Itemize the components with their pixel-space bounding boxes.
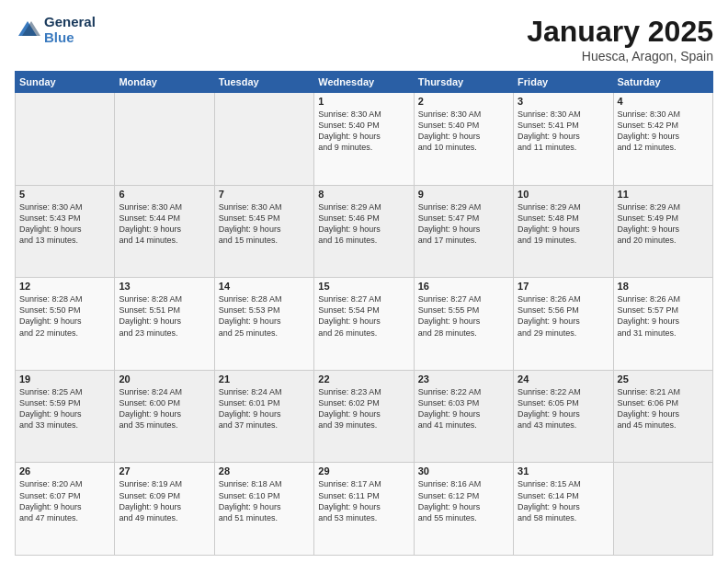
day-number: 4 xyxy=(618,96,709,107)
cell-content: Sunrise: 8:29 AM Sunset: 5:49 PM Dayligh… xyxy=(618,201,709,247)
cell-content: Sunrise: 8:22 AM Sunset: 6:05 PM Dayligh… xyxy=(518,386,609,431)
title-block: January 2025 Huesca, Aragon, Spain xyxy=(527,15,713,63)
calendar-cell xyxy=(16,93,115,186)
day-number: 6 xyxy=(119,189,210,200)
day-number: 3 xyxy=(518,96,609,107)
cell-content: Sunrise: 8:25 AM Sunset: 5:59 PM Dayligh… xyxy=(19,386,110,431)
day-number: 16 xyxy=(418,281,509,292)
cell-content: Sunrise: 8:16 AM Sunset: 6:12 PM Dayligh… xyxy=(418,478,509,523)
calendar-week-row: 19Sunrise: 8:25 AM Sunset: 5:59 PM Dayli… xyxy=(16,370,713,463)
calendar-week-row: 5Sunrise: 8:30 AM Sunset: 5:43 PM Daylig… xyxy=(16,185,713,278)
calendar-header-row: SundayMondayTuesdayWednesdayThursdayFrid… xyxy=(16,72,713,93)
day-number: 15 xyxy=(318,281,409,292)
cell-content: Sunrise: 8:24 AM Sunset: 6:00 PM Dayligh… xyxy=(119,386,210,431)
cell-content: Sunrise: 8:30 AM Sunset: 5:45 PM Dayligh… xyxy=(219,201,310,247)
logo-icon xyxy=(15,17,40,43)
calendar-day-header: Tuesday xyxy=(214,72,313,93)
day-number: 31 xyxy=(518,465,609,477)
calendar-cell: 25Sunrise: 8:21 AM Sunset: 6:06 PM Dayli… xyxy=(613,370,712,463)
calendar-cell: 5Sunrise: 8:30 AM Sunset: 5:43 PM Daylig… xyxy=(16,185,115,278)
calendar-cell: 22Sunrise: 8:23 AM Sunset: 6:02 PM Dayli… xyxy=(314,370,414,463)
calendar-cell: 18Sunrise: 8:26 AM Sunset: 5:57 PM Dayli… xyxy=(613,278,712,371)
day-number: 9 xyxy=(418,189,509,200)
cell-content: Sunrise: 8:27 AM Sunset: 5:54 PM Dayligh… xyxy=(318,293,409,339)
calendar-cell: 11Sunrise: 8:29 AM Sunset: 5:49 PM Dayli… xyxy=(613,185,712,278)
day-number: 19 xyxy=(19,373,110,385)
day-number: 1 xyxy=(318,96,409,107)
cell-content: Sunrise: 8:30 AM Sunset: 5:41 PM Dayligh… xyxy=(518,109,609,154)
cell-content: Sunrise: 8:19 AM Sunset: 6:09 PM Dayligh… xyxy=(119,478,210,523)
calendar-cell: 4Sunrise: 8:30 AM Sunset: 5:42 PM Daylig… xyxy=(613,93,712,186)
calendar-week-row: 1Sunrise: 8:30 AM Sunset: 5:40 PM Daylig… xyxy=(16,93,713,186)
calendar-cell: 15Sunrise: 8:27 AM Sunset: 5:54 PM Dayli… xyxy=(314,278,414,371)
cell-content: Sunrise: 8:23 AM Sunset: 6:02 PM Dayligh… xyxy=(318,386,409,431)
day-number: 11 xyxy=(618,189,709,200)
day-number: 8 xyxy=(318,189,409,200)
subtitle: Huesca, Aragon, Spain xyxy=(527,49,713,63)
day-number: 12 xyxy=(19,281,110,292)
page: General Blue January 2025 Huesca, Aragon… xyxy=(0,0,728,563)
calendar-cell: 12Sunrise: 8:28 AM Sunset: 5:50 PM Dayli… xyxy=(16,278,115,371)
cell-content: Sunrise: 8:20 AM Sunset: 6:07 PM Dayligh… xyxy=(19,478,110,523)
cell-content: Sunrise: 8:28 AM Sunset: 5:53 PM Dayligh… xyxy=(219,293,310,339)
cell-content: Sunrise: 8:30 AM Sunset: 5:40 PM Dayligh… xyxy=(318,109,409,154)
calendar-cell: 3Sunrise: 8:30 AM Sunset: 5:41 PM Daylig… xyxy=(514,93,613,186)
cell-content: Sunrise: 8:26 AM Sunset: 5:57 PM Dayligh… xyxy=(618,293,709,339)
calendar-cell: 13Sunrise: 8:28 AM Sunset: 5:51 PM Dayli… xyxy=(115,278,214,371)
day-number: 28 xyxy=(219,465,310,477)
day-number: 26 xyxy=(19,465,110,477)
cell-content: Sunrise: 8:28 AM Sunset: 5:51 PM Dayligh… xyxy=(119,293,210,339)
day-number: 27 xyxy=(119,465,210,477)
day-number: 29 xyxy=(318,465,409,477)
cell-content: Sunrise: 8:22 AM Sunset: 6:03 PM Dayligh… xyxy=(418,386,509,431)
calendar-cell: 29Sunrise: 8:17 AM Sunset: 6:11 PM Dayli… xyxy=(314,463,414,556)
calendar-cell: 8Sunrise: 8:29 AM Sunset: 5:46 PM Daylig… xyxy=(314,185,414,278)
cell-content: Sunrise: 8:29 AM Sunset: 5:47 PM Dayligh… xyxy=(418,201,509,247)
calendar-cell: 21Sunrise: 8:24 AM Sunset: 6:01 PM Dayli… xyxy=(214,370,313,463)
calendar-cell: 17Sunrise: 8:26 AM Sunset: 5:56 PM Dayli… xyxy=(514,278,613,371)
day-number: 13 xyxy=(119,281,210,292)
day-number: 5 xyxy=(19,189,110,200)
cell-content: Sunrise: 8:30 AM Sunset: 5:42 PM Dayligh… xyxy=(618,109,709,154)
calendar-cell: 26Sunrise: 8:20 AM Sunset: 6:07 PM Dayli… xyxy=(16,463,115,556)
calendar-cell: 23Sunrise: 8:22 AM Sunset: 6:03 PM Dayli… xyxy=(414,370,513,463)
cell-content: Sunrise: 8:29 AM Sunset: 5:48 PM Dayligh… xyxy=(518,201,609,247)
calendar-week-row: 26Sunrise: 8:20 AM Sunset: 6:07 PM Dayli… xyxy=(16,463,713,556)
day-number: 18 xyxy=(618,281,709,292)
calendar-cell: 6Sunrise: 8:30 AM Sunset: 5:44 PM Daylig… xyxy=(115,185,214,278)
calendar-table: SundayMondayTuesdayWednesdayThursdayFrid… xyxy=(15,71,713,556)
cell-content: Sunrise: 8:24 AM Sunset: 6:01 PM Dayligh… xyxy=(219,386,310,431)
calendar-cell: 7Sunrise: 8:30 AM Sunset: 5:45 PM Daylig… xyxy=(214,185,313,278)
logo: General Blue xyxy=(15,15,96,45)
cell-content: Sunrise: 8:30 AM Sunset: 5:44 PM Dayligh… xyxy=(119,201,210,247)
day-number: 24 xyxy=(518,373,609,385)
calendar-day-header: Thursday xyxy=(414,72,513,93)
day-number: 20 xyxy=(119,373,210,385)
calendar-cell: 28Sunrise: 8:18 AM Sunset: 6:10 PM Dayli… xyxy=(214,463,313,556)
calendar-cell xyxy=(115,93,214,186)
calendar-cell: 1Sunrise: 8:30 AM Sunset: 5:40 PM Daylig… xyxy=(314,93,414,186)
calendar-day-header: Wednesday xyxy=(314,72,414,93)
day-number: 23 xyxy=(418,373,509,385)
calendar-day-header: Friday xyxy=(514,72,613,93)
day-number: 25 xyxy=(618,373,709,385)
calendar-cell xyxy=(214,93,313,186)
day-number: 10 xyxy=(518,189,609,200)
calendar-cell: 30Sunrise: 8:16 AM Sunset: 6:12 PM Dayli… xyxy=(414,463,513,556)
cell-content: Sunrise: 8:28 AM Sunset: 5:50 PM Dayligh… xyxy=(19,293,110,339)
cell-content: Sunrise: 8:21 AM Sunset: 6:06 PM Dayligh… xyxy=(618,386,709,431)
calendar-cell: 31Sunrise: 8:15 AM Sunset: 6:14 PM Dayli… xyxy=(514,463,613,556)
calendar-cell: 14Sunrise: 8:28 AM Sunset: 5:53 PM Dayli… xyxy=(214,278,313,371)
calendar-cell: 20Sunrise: 8:24 AM Sunset: 6:00 PM Dayli… xyxy=(115,370,214,463)
day-number: 22 xyxy=(318,373,409,385)
day-number: 17 xyxy=(518,281,609,292)
calendar-cell: 9Sunrise: 8:29 AM Sunset: 5:47 PM Daylig… xyxy=(414,185,513,278)
cell-content: Sunrise: 8:30 AM Sunset: 5:40 PM Dayligh… xyxy=(418,109,509,154)
calendar-cell: 24Sunrise: 8:22 AM Sunset: 6:05 PM Dayli… xyxy=(514,370,613,463)
main-title: January 2025 xyxy=(527,15,713,49)
calendar-cell: 27Sunrise: 8:19 AM Sunset: 6:09 PM Dayli… xyxy=(115,463,214,556)
day-number: 2 xyxy=(418,96,509,107)
cell-content: Sunrise: 8:27 AM Sunset: 5:55 PM Dayligh… xyxy=(418,293,509,339)
cell-content: Sunrise: 8:18 AM Sunset: 6:10 PM Dayligh… xyxy=(219,478,310,523)
day-number: 7 xyxy=(219,189,310,200)
